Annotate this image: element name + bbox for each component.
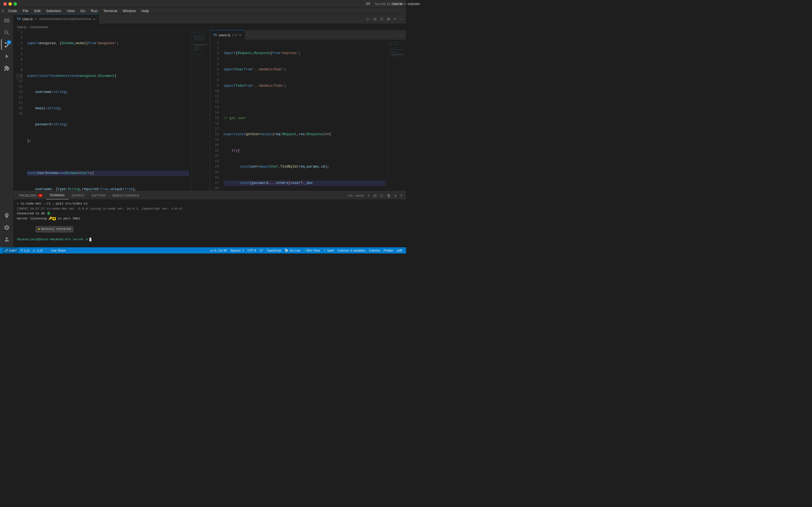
status-go-live[interactable]: 📡 Go Live bbox=[283, 247, 302, 253]
terminal-actions: zsh - server + ⊟ ⬡ 🗑 ∧ × bbox=[348, 191, 404, 200]
run-icon[interactable]: ▷ bbox=[366, 16, 371, 22]
spell-icon: ✓ bbox=[323, 249, 326, 252]
activity-extensions[interactable] bbox=[1, 62, 12, 74]
tab-jupyter[interactable]: JUPYTER bbox=[88, 191, 109, 200]
terminal-line-connected: Connected to db 🐉 bbox=[17, 211, 403, 216]
terminal-area: PROBLEMS 1 TERMINAL OUTPUT JUPYTER DEBUG… bbox=[13, 191, 406, 247]
status-encoding[interactable]: UTF-8 bbox=[246, 247, 258, 253]
tab-problems[interactable]: PROBLEMS 1 bbox=[16, 191, 46, 200]
tab-actions-right: ··· bbox=[396, 30, 406, 40]
apple-icon[interactable]:  bbox=[2, 9, 4, 13]
maximize-button[interactable] bbox=[13, 2, 17, 6]
titlebar: User.ts — todoster ⌨ Sun Oct 16 9:48 PM bbox=[0, 0, 406, 8]
menu-help[interactable]: Help bbox=[139, 8, 151, 13]
status-prettier[interactable]: Prettier bbox=[382, 247, 395, 253]
activity-remote[interactable] bbox=[1, 210, 12, 221]
terminal-prompt-line: SkyenoLimit@Skyes-MacBook-Pro server % bbox=[17, 237, 403, 242]
preview-icon[interactable]: ⊡ bbox=[379, 16, 385, 22]
close-editor-icon[interactable]: × bbox=[393, 16, 397, 22]
breadcrumb-file: User.ts bbox=[17, 25, 27, 29]
status-sync[interactable]: ↺ 1△0 bbox=[18, 247, 31, 253]
close-button[interactable] bbox=[3, 2, 7, 6]
close-terminal-btn[interactable]: × bbox=[399, 193, 404, 198]
status-line-ending[interactable]: LF bbox=[258, 247, 265, 253]
more-options-right[interactable]: ··· bbox=[398, 32, 404, 38]
branch-name: main* bbox=[9, 249, 17, 252]
code-editor-right[interactable]: 12345 678910 1112131415 1617181920 21222… bbox=[210, 40, 406, 191]
activity-explorer[interactable] bbox=[1, 15, 12, 26]
status-errors[interactable]: ⚠ 1△0 bbox=[31, 247, 44, 253]
tab-output[interactable]: OUTPUT bbox=[68, 191, 88, 200]
flow-dot-icon: ● bbox=[304, 249, 305, 252]
maximize-panel-btn[interactable]: ⬡ bbox=[379, 193, 385, 198]
line-numbers-right: 12345 678910 1112131415 1617181920 21222… bbox=[210, 40, 221, 191]
menu-edit[interactable]: Edit bbox=[32, 8, 43, 13]
status-flow[interactable]: ● 55m Flow bbox=[302, 247, 321, 253]
status-off[interactable]: [off] bbox=[395, 247, 404, 253]
menu-window[interactable]: Window bbox=[120, 8, 138, 13]
editor-pane-right: TS users.ts 1, U × ··· 12345 678910 1112… bbox=[210, 30, 406, 191]
add-terminal-btn[interactable]: + bbox=[366, 193, 371, 198]
live-share-label: Live Share bbox=[51, 249, 66, 252]
minimap-left: import mongoose... export interface... u… bbox=[192, 30, 210, 191]
terminal-label: TERMINAL bbox=[49, 193, 65, 197]
flow-time: 55m bbox=[306, 249, 312, 252]
tab-user-ts[interactable]: TS User.ts U server/src/models/User.ts/[… bbox=[13, 14, 99, 24]
code-content-left: import mongoose, { Schema, model } from … bbox=[25, 30, 192, 191]
terminal-content[interactable]: > ts-node-dev --rs --poll src/index.ts [… bbox=[13, 200, 406, 247]
status-branch[interactable]: ⎇ main* bbox=[2, 247, 18, 253]
editors-split: 12345 678 9 1011121314 1516 import mongo… bbox=[13, 30, 406, 191]
error-count: 1△0 bbox=[37, 249, 42, 252]
encoding-text: UTF-8 bbox=[248, 249, 256, 252]
code-editor-left[interactable]: 12345 678 9 1011121314 1516 import mongo… bbox=[13, 30, 210, 191]
tab-users-ts[interactable]: TS users.ts 1, U × bbox=[210, 30, 245, 40]
tab-debug-console[interactable]: DEBUG CONSOLE bbox=[109, 191, 143, 200]
output-label: OUTPUT bbox=[72, 194, 85, 197]
tab-terminal[interactable]: TERMINAL bbox=[46, 191, 68, 200]
menu-selection[interactable]: Selection bbox=[44, 8, 63, 13]
menu-file[interactable]: File bbox=[20, 8, 31, 13]
status-colorize[interactable]: Colorize: 0 variables bbox=[336, 247, 367, 253]
activity-run[interactable] bbox=[1, 51, 12, 62]
status-spell[interactable]: ✓ Spell bbox=[322, 247, 336, 253]
status-live-share[interactable]: 👤 Live Share bbox=[44, 247, 68, 253]
activity-search[interactable] bbox=[1, 27, 12, 38]
status-position[interactable]: Ln 9, Col 38 bbox=[208, 247, 229, 253]
tab-close-right[interactable]: × bbox=[239, 33, 241, 38]
line-numbers-left: 12345 678 9 1011121314 1516 bbox=[13, 30, 25, 191]
split-right-icon[interactable]: ⊞ bbox=[386, 16, 391, 22]
status-language[interactable]: TypeScript bbox=[265, 247, 283, 253]
menu-go[interactable]: Go bbox=[78, 8, 87, 13]
status-spaces[interactable]: Spaces: 2 bbox=[229, 247, 246, 253]
split-terminal-btn[interactable]: ⊟ bbox=[372, 193, 378, 198]
activity-bar-bottom bbox=[1, 210, 12, 247]
terminal-prompt: SkyenoLimit@Skyes-MacBook-Pro server % bbox=[17, 237, 88, 242]
go-live-text: Go Live bbox=[290, 249, 300, 252]
menu-view[interactable]: View bbox=[64, 8, 77, 13]
menu-run[interactable]: Run bbox=[89, 8, 100, 13]
main-container: 70 TS User.ts U bbox=[0, 14, 406, 247]
activity-account[interactable] bbox=[1, 234, 12, 245]
activity-source-control[interactable]: 70 bbox=[1, 39, 12, 50]
trash-btn[interactable]: 🗑 bbox=[386, 193, 392, 198]
status-colorize2[interactable]: Colorize bbox=[367, 247, 382, 253]
tab-type-left: TS bbox=[17, 17, 20, 20]
terminal-line-cmd: > ts-node-dev --rs --poll src/index.ts bbox=[17, 202, 403, 207]
tab-close-left[interactable]: × bbox=[93, 17, 95, 21]
minimap-right: import { Request... import User... impor… bbox=[388, 40, 406, 191]
more-icon[interactable]: ··· bbox=[398, 16, 404, 22]
split-editor-icon[interactable]: ⊟ bbox=[372, 16, 378, 22]
history-restored-text: History restored bbox=[41, 227, 71, 232]
terminal-line-info: [INFO] 20:57:17 ts-node-dev ver. 2.0.0 (… bbox=[17, 207, 403, 212]
menu-terminal[interactable]: Terminal bbox=[101, 8, 119, 13]
menu-code[interactable]: Code bbox=[6, 8, 19, 13]
chevron-up-icon[interactable]: ∧ bbox=[393, 193, 398, 198]
minimize-button[interactable] bbox=[8, 2, 12, 6]
tab-actions-left: ▷ ⊟ ⊡ ⊞ × ··· bbox=[363, 14, 406, 24]
activity-settings[interactable] bbox=[1, 222, 12, 233]
colorize-text: Colorize: 0 variables bbox=[337, 249, 365, 252]
activity-bar: 70 bbox=[0, 14, 13, 247]
tab-filename-left: User.ts bbox=[22, 17, 33, 21]
shell-label: zsh - server bbox=[348, 194, 364, 197]
flow-label: Flow bbox=[313, 249, 320, 252]
